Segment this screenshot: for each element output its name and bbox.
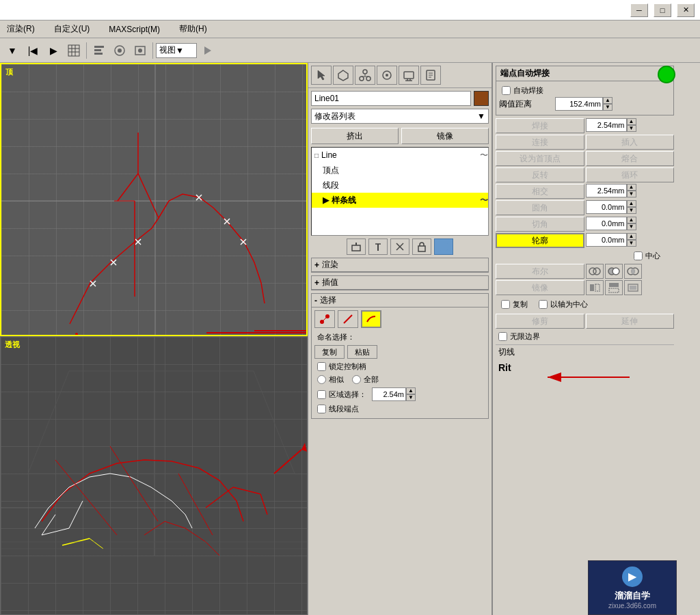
outline-input[interactable]: [586, 233, 627, 247]
toolbar-render-setup[interactable]: [131, 41, 150, 60]
fillet-down[interactable]: ▼: [627, 207, 636, 214]
rollout-select-header[interactable]: - 选择: [312, 294, 488, 308]
fillet-button[interactable]: 圆角: [496, 200, 584, 215]
intersect-up[interactable]: ▲: [627, 184, 636, 191]
fuse-button[interactable]: 熔合: [586, 151, 675, 166]
object-color-swatch[interactable]: [474, 91, 489, 106]
threshold-input[interactable]: [555, 97, 603, 111]
minimize-button[interactable]: ─: [630, 3, 648, 17]
tree-icon-scissors[interactable]: [390, 238, 409, 255]
toolbar-align[interactable]: [90, 41, 109, 60]
object-name-input[interactable]: [311, 91, 471, 106]
chamfer-down[interactable]: ▼: [627, 223, 636, 230]
select-vertex-icon[interactable]: [314, 310, 335, 328]
threshold-down[interactable]: ▼: [603, 104, 612, 111]
mirror-button[interactable]: 镜像: [401, 128, 489, 144]
rollout-interp-header[interactable]: + 插值: [312, 276, 488, 290]
chamfer-input[interactable]: [586, 217, 627, 230]
tree-item-vertex[interactable]: 顶点: [312, 163, 488, 178]
axis-center-checkbox[interactable]: [539, 300, 548, 309]
mirror-h-icon[interactable]: [586, 280, 604, 295]
toolbar-arrow-dropdown[interactable]: ▼: [3, 41, 22, 60]
outline-down[interactable]: ▼: [627, 240, 636, 247]
weld-down[interactable]: ▼: [627, 125, 636, 132]
mirror-right-button[interactable]: 镜像: [496, 280, 584, 295]
copy-checkbox[interactable]: [501, 300, 510, 309]
display-icon[interactable]: [399, 66, 419, 85]
menu-maxscript[interactable]: MAXScript(M): [105, 23, 164, 36]
outline-button[interactable]: 轮廓: [496, 233, 584, 248]
menu-help[interactable]: 帮助(H): [175, 22, 211, 36]
select-segment-icon[interactable]: [338, 310, 358, 328]
intersect-down[interactable]: ▼: [627, 191, 636, 197]
mirror-v-icon[interactable]: [605, 280, 623, 295]
all-radio[interactable]: [352, 375, 361, 384]
modifier-list-dropdown[interactable]: 修改器列表 ▼: [311, 109, 489, 124]
viewport-bottom[interactable]: 透视: [0, 336, 308, 615]
intersect-input[interactable]: [586, 184, 627, 197]
trim-button[interactable]: 修剪: [496, 314, 584, 329]
bool-intersect-icon[interactable]: [624, 264, 642, 279]
select-spline-icon[interactable]: [361, 310, 381, 328]
segment-endpoint-checkbox[interactable]: [317, 405, 326, 413]
intersect-button[interactable]: 相交: [496, 184, 584, 199]
tree-icon-lock[interactable]: [412, 238, 431, 255]
toolbar-render-btn[interactable]: [198, 41, 217, 60]
axis-center-row: 以轴为中心: [536, 298, 591, 311]
tree-icon-pin[interactable]: [347, 238, 366, 255]
chamfer-up[interactable]: ▲: [627, 217, 636, 223]
region-select-input[interactable]: [372, 387, 406, 401]
tree-icon-funnel[interactable]: [368, 238, 388, 255]
tree-icon-highlight[interactable]: [434, 238, 453, 255]
center-checkbox[interactable]: [634, 251, 643, 260]
toolbar-play[interactable]: ▶: [44, 41, 63, 60]
bool-button[interactable]: 布尔: [496, 264, 584, 279]
copy-selection-button[interactable]: 复制: [314, 345, 345, 359]
utilities-icon[interactable]: [420, 66, 441, 85]
auto-weld-checkbox[interactable]: [502, 86, 511, 95]
toolbar-prev-key[interactable]: |◀: [23, 41, 42, 60]
paste-selection-button[interactable]: 粘贴: [347, 345, 377, 359]
outline-up[interactable]: ▲: [627, 233, 636, 240]
extend-button[interactable]: 延伸: [586, 314, 675, 329]
toolbar-grid[interactable]: [64, 41, 83, 60]
hierarchy-icon[interactable]: [355, 66, 375, 85]
lock-handles-checkbox[interactable]: [317, 362, 326, 371]
cycle-button[interactable]: 循环: [586, 167, 675, 182]
tree-item-line[interactable]: □ Line 〜: [312, 148, 488, 163]
threshold-up[interactable]: ▲: [603, 97, 612, 104]
restore-button[interactable]: □: [654, 3, 671, 17]
set-first-button[interactable]: 设为首顶点: [496, 151, 584, 166]
select-mode-icon[interactable]: [311, 66, 332, 85]
bool-subtract-icon[interactable]: [605, 264, 623, 279]
toolbar-material[interactable]: [110, 41, 129, 60]
region-down-btn[interactable]: ▼: [406, 394, 416, 401]
insert-button[interactable]: 插入: [586, 135, 675, 150]
weld-up[interactable]: ▲: [627, 118, 636, 125]
close-button[interactable]: ✕: [677, 3, 695, 17]
geometry-icon[interactable]: [333, 66, 353, 85]
region-select-checkbox[interactable]: [317, 390, 326, 399]
tree-item-spline[interactable]: ▶ 样条线 〜: [312, 193, 488, 208]
mirror-copy-icon[interactable]: [624, 280, 642, 295]
tree-item-segment[interactable]: 线段: [312, 178, 488, 193]
bool-union-icon[interactable]: [586, 264, 604, 279]
menu-customize[interactable]: 自定义(U): [50, 22, 94, 36]
chamfer-row: 切角 ▲ ▼: [496, 217, 674, 232]
similar-radio[interactable]: [317, 375, 326, 384]
rollout-render-header[interactable]: + 渲染: [312, 258, 488, 272]
weld-input[interactable]: [586, 118, 627, 132]
infinite-checkbox[interactable]: [498, 332, 507, 341]
fillet-input[interactable]: [586, 200, 627, 214]
viewport-top[interactable]: 顶: [0, 63, 308, 336]
extrude-button[interactable]: 挤出: [311, 128, 399, 144]
fillet-up[interactable]: ▲: [627, 200, 636, 207]
weld-button[interactable]: 焊接: [496, 118, 584, 133]
region-up-btn[interactable]: ▲: [406, 387, 416, 394]
connect-button[interactable]: 连接: [496, 135, 584, 150]
chamfer-button[interactable]: 切角: [496, 217, 584, 232]
menu-render[interactable]: 渲染(R): [3, 22, 39, 36]
view-dropdown[interactable]: 视图 ▼: [156, 43, 197, 58]
reverse-button[interactable]: 反转: [496, 167, 584, 182]
motion-icon[interactable]: [377, 66, 397, 85]
